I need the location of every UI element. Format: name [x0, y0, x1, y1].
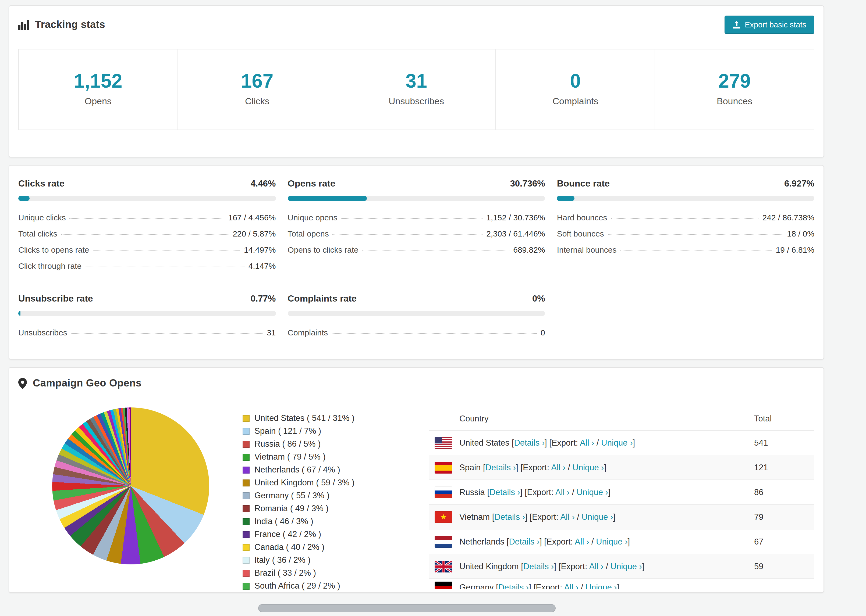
export-all-link[interactable]: All › — [564, 583, 578, 589]
rate-progressbar — [18, 196, 276, 201]
rate-value: 4.46% — [251, 178, 276, 189]
export-unique-link[interactable]: Unique › — [573, 462, 604, 472]
rate-stat-value: 1,152 / 30.736% — [486, 213, 545, 222]
export-icon — [732, 21, 740, 29]
details-link[interactable]: Details › — [494, 512, 525, 521]
rate-panel: Opens rate30.736%Unique opens1,152 / 30.… — [288, 178, 545, 274]
stat-label: Clicks — [178, 96, 337, 107]
tracking-stats-card: Tracking stats Export basic stats 1,152O… — [9, 5, 824, 157]
export-all-link[interactable]: All › — [560, 512, 575, 521]
stat-box: 167Clicks — [178, 49, 337, 130]
export-all-link[interactable]: All › — [589, 561, 603, 570]
rate-stat-label: Unique clicks — [18, 213, 66, 222]
horizontal-scrollbar-thumb[interactable] — [258, 604, 556, 612]
stat-value: 0 — [496, 70, 655, 93]
rate-stat-row: Click through rate4.147% — [18, 258, 276, 274]
country-name: Germany — [459, 583, 494, 589]
legend-swatch — [242, 440, 250, 448]
details-link[interactable]: Details › — [498, 583, 529, 589]
country-name: Spain — [459, 462, 480, 472]
country-cell: Netherlands [Details ›] [Export: All › /… — [435, 536, 754, 547]
export-unique-link[interactable]: Unique › — [576, 487, 608, 497]
export-unique-link[interactable]: Unique › — [596, 537, 627, 546]
details-link[interactable]: Details › — [509, 537, 540, 546]
stats-summary-strip: 1,152Opens167Clicks31Unsubscribes0Compla… — [18, 49, 814, 130]
rate-panel: Unsubscribe rate0.77%Unsubscribes31 — [18, 294, 276, 341]
stat-label: Unsubscribes — [337, 96, 496, 107]
rate-panel-header: Clicks rate4.46% — [18, 178, 276, 189]
country-links: Vietnam [Details ›] [Export: All › / Uni… — [459, 512, 615, 522]
export-all-link[interactable]: All › — [551, 462, 565, 472]
rate-stat-label: Opens to clicks rate — [288, 245, 358, 254]
country-total: 121 — [754, 462, 808, 472]
legend-label: United Kingdom ( 59 / 3% ) — [254, 478, 354, 487]
rate-stat-value: 4.147% — [249, 261, 276, 270]
rate-stat-row: Unique clicks167 / 4.456% — [18, 210, 276, 226]
rate-panel-header: Complaints rate0% — [288, 294, 545, 304]
rate-stat-row: Unsubscribes31 — [18, 325, 276, 341]
legend-swatch — [242, 556, 250, 564]
content-column: Tracking stats Export basic stats 1,152O… — [9, 0, 824, 593]
export-unique-link[interactable]: Unique › — [611, 561, 642, 570]
rate-stat-value: 14.497% — [244, 245, 276, 254]
country-column-header: Country — [435, 414, 754, 424]
legend-item: India ( 46 / 3% ) — [242, 515, 378, 528]
export-all-link[interactable]: All › — [575, 537, 589, 546]
rate-stat-row: Complaints0 — [288, 325, 545, 341]
geo-table-header-row: Country Total — [429, 407, 814, 431]
pie-legend: United States ( 541 / 31% )Spain ( 121 /… — [242, 412, 378, 592]
us-flag-icon — [435, 437, 452, 449]
country-cell: Germany [Details ›] [Export: All › / Uni… — [435, 581, 754, 589]
stat-box: 279Bounces — [655, 49, 814, 130]
geo-opens-pie-chart[interactable] — [52, 407, 209, 564]
rate-stat-label: Total opens — [288, 229, 329, 238]
legend-item: Canada ( 40 / 2% ) — [242, 541, 378, 554]
rate-stat-label: Soft bounces — [557, 229, 604, 238]
country-cell: United Kingdom [Details ›] [Export: All … — [435, 560, 754, 572]
legend-item: Vietnam ( 79 / 5% ) — [242, 451, 378, 464]
legend-label: Vietnam ( 79 / 5% ) — [254, 452, 326, 462]
export-unique-link[interactable]: Unique › — [581, 512, 613, 521]
geo-content: United States ( 541 / 31% )Spain ( 121 /… — [18, 399, 814, 592]
export-unique-link[interactable]: Unique › — [601, 438, 633, 447]
legend-label: Russia ( 86 / 5% ) — [254, 439, 321, 449]
legend-label: Italy ( 36 / 2% ) — [254, 555, 310, 565]
rate-stat-value: 220 / 5.87% — [233, 229, 276, 238]
export-unique-link[interactable]: Unique › — [586, 583, 617, 589]
details-link[interactable]: Details › — [485, 462, 516, 472]
geo-table-row: Vietnam [Details ›] [Export: All › / Uni… — [429, 505, 814, 530]
legend-swatch — [242, 582, 250, 589]
rate-stat-row: Clicks to opens rate14.497% — [18, 242, 276, 258]
campaign-geo-opens-card: Campaign Geo Opens United States ( 541 /… — [9, 367, 824, 593]
rate-stat-value: 2,303 / 61.446% — [486, 229, 545, 238]
map-pin-icon — [18, 378, 27, 389]
export-basic-stats-button[interactable]: Export basic stats — [724, 16, 814, 34]
legend-swatch — [242, 415, 250, 422]
legend-label: France ( 42 / 2% ) — [254, 530, 321, 539]
legend-item: South Africa ( 29 / 2% ) — [242, 580, 378, 592]
country-cell: United States [Details ›] [Export: All ›… — [435, 437, 754, 449]
rate-title: Unsubscribe rate — [18, 294, 93, 304]
country-links: United States [Details ›] [Export: All ›… — [459, 438, 635, 448]
stat-label: Opens — [19, 96, 178, 107]
legend-swatch — [242, 531, 250, 538]
country-links: Germany [Details ›] [Export: All › / Uni… — [459, 583, 619, 589]
export-all-link[interactable]: All › — [580, 438, 594, 447]
country-name: Vietnam — [459, 512, 490, 521]
country-total: 79 — [754, 512, 808, 522]
rate-title: Complaints rate — [288, 294, 357, 304]
details-link[interactable]: Details › — [514, 438, 545, 447]
rate-title: Bounce rate — [557, 178, 610, 189]
legend-swatch — [242, 427, 250, 435]
rates-card: Clicks rate4.46%Unique clicks167 / 4.456… — [9, 165, 824, 360]
export-all-link[interactable]: All › — [555, 487, 570, 497]
geo-table-row: United Kingdom [Details ›] [Export: All … — [429, 554, 814, 579]
rate-stat-value: 0 — [540, 328, 545, 337]
dotted-leader — [620, 250, 772, 251]
rate-value: 30.736% — [510, 178, 545, 189]
stat-value: 1,152 — [19, 70, 178, 93]
dotted-leader — [93, 250, 240, 251]
dotted-leader — [611, 218, 759, 219]
details-link[interactable]: Details › — [523, 561, 554, 570]
details-link[interactable]: Details › — [490, 487, 520, 497]
